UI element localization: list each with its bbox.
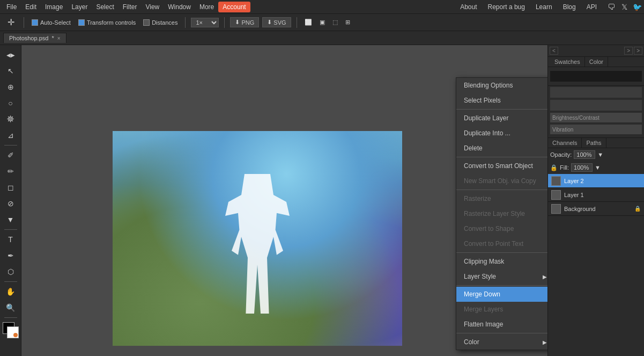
layer2-label: Layer 2 xyxy=(564,178,584,184)
tab-close-button[interactable]: × xyxy=(57,35,61,41)
opacity-arrow-icon[interactable]: ▼ xyxy=(597,151,603,158)
toolbar-separator-3 xyxy=(224,17,225,28)
ctx-layer-style[interactable]: Layer Style ▶ xyxy=(456,269,547,284)
lasso-tool[interactable]: ○ xyxy=(3,96,18,111)
transform-tool[interactable]: ⊕ xyxy=(3,79,18,95)
export-svg-label: SVG xyxy=(273,19,286,26)
menu-layer[interactable]: Layer xyxy=(67,2,92,12)
nav-learn[interactable]: Learn xyxy=(532,2,556,12)
ctx-duplicate-layer[interactable]: Duplicate Layer xyxy=(456,111,547,126)
align-left-icon[interactable]: ⬜ xyxy=(302,18,314,27)
layer-item-layer2[interactable]: Layer 2 xyxy=(548,174,644,188)
panel-search-input[interactable] xyxy=(550,71,642,82)
ctx-color[interactable]: Color ▶ xyxy=(456,335,547,350)
color-arrow-icon: ▶ xyxy=(543,339,547,345)
ctx-convert-smart[interactable]: Convert to Smart Object xyxy=(456,158,547,173)
menu-account[interactable]: Account xyxy=(218,2,250,12)
fill-tool[interactable]: ▼ xyxy=(3,212,18,227)
ctx-blending-options[interactable]: Blending Options xyxy=(456,78,547,93)
ctx-clipping-mask[interactable]: Clipping Mask xyxy=(456,254,547,269)
zoom-tool[interactable]: 🔍 xyxy=(3,300,18,315)
menu-filter[interactable]: Filter xyxy=(119,2,142,12)
document-tab[interactable]: Photoshop.psd * × xyxy=(3,33,66,43)
ctx-new-smart-obj: New Smart Obj. via Copy xyxy=(456,173,547,188)
ctx-convert-point-text: Convert to Point Text xyxy=(456,236,547,251)
facebook-icon[interactable]: 🐦 xyxy=(632,2,642,12)
eraser-tool[interactable]: ⊘ xyxy=(3,196,18,211)
hand-tool[interactable]: ✋ xyxy=(3,284,18,299)
pen-tool[interactable]: ✒ xyxy=(3,248,18,263)
text-tool[interactable]: T xyxy=(3,232,18,247)
menu-view[interactable]: View xyxy=(141,2,164,12)
ctx-delete[interactable]: Delete xyxy=(456,141,547,156)
tab-swatches[interactable]: Swatches xyxy=(550,57,585,67)
align-right-icon[interactable]: ⬚ xyxy=(330,18,340,27)
move-tool-icon[interactable]: ✛ xyxy=(3,15,18,30)
nav-blog[interactable]: Blog xyxy=(560,2,579,12)
ctx-duplicate-into[interactable]: Duplicate Into ... xyxy=(456,126,547,141)
fill-input[interactable] xyxy=(571,163,593,172)
toolbar-separator-1 xyxy=(24,17,24,28)
tab-channels[interactable]: Channels xyxy=(548,138,582,148)
top-right-navigation: About Report a bug Learn Blog API 🗨 𝕏 🐦 xyxy=(457,2,642,12)
opacity-label: Opacity: xyxy=(550,151,572,158)
layer-item-layer1[interactable]: Layer 1 xyxy=(548,188,644,202)
collapse-right2-icon[interactable]: > xyxy=(634,47,642,55)
layer-item-background[interactable]: Background 🔒 xyxy=(548,202,644,216)
align-center-icon[interactable]: ▣ xyxy=(317,18,327,27)
background-thumbnail xyxy=(551,204,561,214)
fill-arrow-icon[interactable]: ▼ xyxy=(595,164,601,171)
collapse-left-icon[interactable]: < xyxy=(550,47,558,55)
brush-tool[interactable]: ✏ xyxy=(3,164,18,179)
transform-controls-checkbox[interactable]: Transform controls xyxy=(76,18,138,27)
ctx-flatten-image[interactable]: Flatten Image xyxy=(456,317,547,332)
menu-more[interactable]: More xyxy=(195,2,218,12)
expand-panel-icon[interactable]: ◀▶ xyxy=(3,47,18,62)
menu-file[interactable]: File xyxy=(2,2,21,12)
transform-controls-check xyxy=(78,19,85,26)
vibration-row: Vibration xyxy=(550,125,642,134)
color-selector[interactable] xyxy=(3,322,19,338)
opacity-input[interactable] xyxy=(574,150,595,159)
auto-select-checkbox[interactable]: Auto-Select xyxy=(29,18,73,27)
menu-edit[interactable]: Edit xyxy=(21,2,41,12)
brightness-contrast-row: Brightness/Contrast xyxy=(550,113,642,122)
export-svg-button[interactable]: ⬇ SVG xyxy=(262,17,291,27)
eyedropper-tool[interactable]: ✐ xyxy=(3,148,18,163)
fill-lock-icon: 🔒 xyxy=(550,164,558,171)
nav-about[interactable]: About xyxy=(457,2,480,12)
menu-window[interactable]: Window xyxy=(164,2,195,12)
collapse-right-icon[interactable]: > xyxy=(624,47,633,55)
layers-section: Channels Paths Opacity: ▼ 🔒 Fill: ▼ Laye… xyxy=(548,137,644,216)
export-png-button[interactable]: ⬇ PNG xyxy=(230,17,259,27)
ctx-separator-6 xyxy=(456,333,547,333)
nav-api[interactable]: API xyxy=(583,2,600,12)
zoom-select[interactable]: 1× 2× 0.5× xyxy=(191,18,219,27)
search-section xyxy=(548,67,644,86)
nav-report-bug[interactable]: Report a bug xyxy=(485,2,528,12)
canvas-area[interactable]: Blending Options Select Pixels Duplicate… xyxy=(21,45,547,356)
main-layout: ◀▶ ↖ ⊕ ○ ✵ ⊿ ✐ ✏ ◻ ⊘ ▼ T ✒ ⬡ ✋ 🔍 xyxy=(0,45,644,356)
magic-wand-tool[interactable]: ✵ xyxy=(3,112,18,127)
rectangle-tool[interactable]: ◻ xyxy=(3,180,18,195)
distances-checkbox[interactable]: Distances xyxy=(141,18,180,27)
menu-image[interactable]: Image xyxy=(41,2,67,12)
reddit-icon[interactable]: 🗨 xyxy=(606,2,616,12)
ctx-merge-down[interactable]: Merge Down xyxy=(456,287,547,302)
toolbar-separator-2 xyxy=(185,17,186,28)
layer1-label: Layer 1 xyxy=(564,192,584,198)
shape-tool[interactable]: ⬡ xyxy=(3,264,18,279)
crop-tool[interactable]: ⊿ xyxy=(3,128,18,143)
menu-select[interactable]: Select xyxy=(92,2,118,12)
accent-indicator xyxy=(13,333,18,337)
panel-collapse-controls: < > > xyxy=(548,45,644,57)
ctx-select-pixels[interactable]: Select Pixels xyxy=(456,93,547,108)
selection-tool[interactable]: ↖ xyxy=(3,63,18,78)
distribute-icon[interactable]: ⊞ xyxy=(343,18,352,27)
tab-color[interactable]: Color xyxy=(585,57,608,67)
twitter-icon[interactable]: 𝕏 xyxy=(619,2,629,12)
distances-label: Distances xyxy=(152,19,177,26)
tab-paths[interactable]: Paths xyxy=(582,138,606,148)
toolbar-separator-4 xyxy=(297,17,297,28)
ctx-separator-2 xyxy=(456,157,547,157)
